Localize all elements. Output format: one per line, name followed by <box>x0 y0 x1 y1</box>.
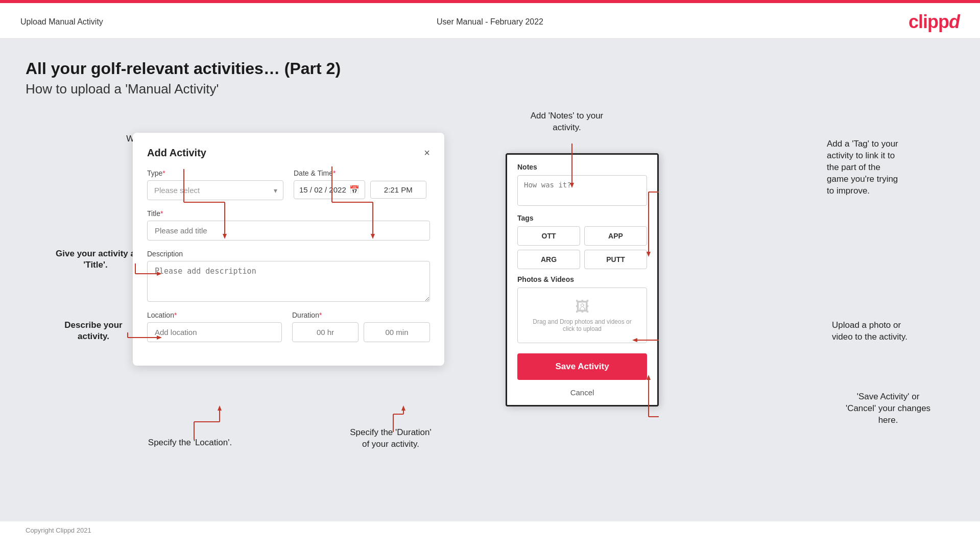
duration-group: Duration* <box>292 311 430 342</box>
location-group: Location* <box>147 311 282 342</box>
description-label: Description <box>147 250 430 258</box>
duration-min-input[interactable] <box>364 322 430 342</box>
time-input[interactable]: 2:21 PM <box>370 181 426 199</box>
form-row-type-datetime: Type* ▾ Please select Date & Time* <box>147 169 430 200</box>
duration-hr-input[interactable] <box>292 322 358 342</box>
type-group: Type* ▾ Please select <box>147 169 283 200</box>
logo: clippd <box>909 11 960 33</box>
main-heading: All your golf-relevant activities… (Part… <box>26 59 954 78</box>
main-subheading: How to upload a 'Manual Activity' <box>26 81 954 97</box>
duration-label: Duration* <box>292 311 430 319</box>
date-input-wrapper: 15 / 02 / 2022 📅 <box>294 180 365 199</box>
description-group: Description <box>147 250 430 302</box>
modal-title: Add Activity <box>147 147 206 159</box>
copyright: Copyright Clippd 2021 <box>26 526 91 534</box>
footer: Copyright Clippd 2021 <box>0 521 980 539</box>
notes-label: Notes <box>517 163 647 171</box>
upload-text: Drag and Drop photos and videos or click… <box>528 318 636 332</box>
cancel-link[interactable]: Cancel <box>507 384 657 405</box>
upload-area[interactable]: 🖼 Drag and Drop photos and videos or cli… <box>517 288 647 343</box>
photos-section: Photos & Videos 🖼 Drag and Drop photos a… <box>507 275 657 349</box>
tags-section: Tags OTT APP ARG PUTT <box>507 214 657 275</box>
title-input[interactable] <box>147 221 430 241</box>
notes-section: Notes <box>507 155 657 214</box>
duration-inputs <box>292 322 430 342</box>
page-title-left: Upload Manual Activity <box>20 17 103 27</box>
page-title-center: User Manual - February 2022 <box>437 17 543 27</box>
main-content: All your golf-relevant activities… (Part… <box>0 39 980 521</box>
annotation-location: Specify the 'Location'. <box>139 437 241 449</box>
type-select[interactable] <box>147 180 283 200</box>
annotation-notes: Add 'Notes' to your activity. <box>511 110 623 134</box>
calendar-icon[interactable]: 📅 <box>349 185 360 195</box>
phone-panel: Notes Tags OTT APP ARG PUTT Photos & Vid… <box>506 153 659 406</box>
datetime-label: Date & Time* <box>294 169 430 177</box>
add-activity-modal: Add Activity × Type* ▾ <box>133 133 444 366</box>
upload-icon: 🖼 <box>528 298 636 315</box>
save-activity-button[interactable]: Save Activity <box>517 353 647 380</box>
tag-arg[interactable]: ARG <box>517 250 580 269</box>
tag-putt[interactable]: PUTT <box>584 250 647 269</box>
tag-app[interactable]: APP <box>584 226 647 246</box>
top-bar: Upload Manual Activity User Manual - Feb… <box>0 3 980 39</box>
modal-close-button[interactable]: × <box>424 147 430 159</box>
type-label: Type* <box>147 169 283 177</box>
location-input[interactable] <box>147 322 282 342</box>
title-group: Title* <box>147 209 430 241</box>
modal-header: Add Activity × <box>147 147 430 159</box>
tags-grid: OTT APP ARG PUTT <box>517 226 647 269</box>
datetime-group: Date & Time* 15 / 02 / 2022 📅 2:21 PM <box>294 169 430 200</box>
tag-ott[interactable]: OTT <box>517 226 580 246</box>
form-row-location-duration: Location* Duration* <box>147 311 430 342</box>
notes-textarea[interactable] <box>517 175 647 206</box>
annotation-duration: Specify the 'Duration' of your activity. <box>332 427 449 450</box>
date-time-inputs: 15 / 02 / 2022 📅 2:21 PM <box>294 180 430 199</box>
type-select-wrapper: ▾ Please select <box>147 180 283 200</box>
date-value: 15 / 02 / 2022 <box>299 185 346 194</box>
description-textarea[interactable] <box>147 261 430 302</box>
title-label: Title* <box>147 209 430 218</box>
location-label: Location* <box>147 311 282 319</box>
photos-label: Photos & Videos <box>517 275 647 283</box>
tags-label: Tags <box>517 214 647 222</box>
